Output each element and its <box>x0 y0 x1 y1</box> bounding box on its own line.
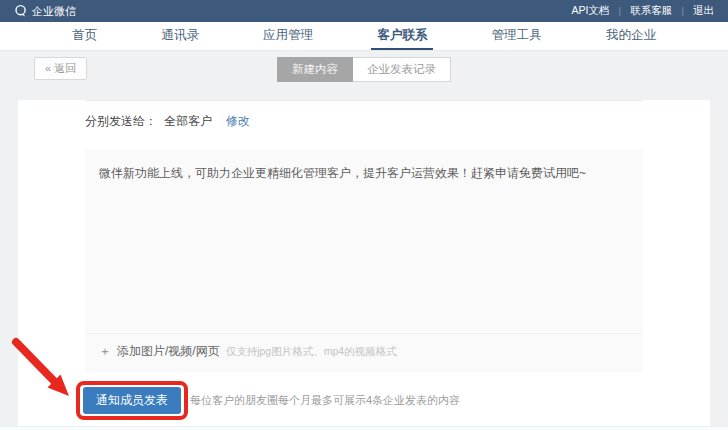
separator: ｜ <box>678 5 687 18</box>
add-media-button[interactable]: ＋ 添加图片/视频/网页 <box>99 343 220 360</box>
topbar-links: API文档 ｜ 联系客服 ｜ 退出 <box>571 4 714 18</box>
brand: 企业微信 <box>14 4 76 19</box>
add-media-label: 添加图片/视频/网页 <box>117 343 220 360</box>
nav-item-app-management[interactable]: 应用管理 <box>257 22 319 50</box>
back-button[interactable]: « 返回 <box>34 57 87 80</box>
send-to-value: 全部客户 <box>164 114 212 128</box>
publish-note: 每位客户的朋友圈每个月最多可展示4条企业发表的内容 <box>190 393 460 408</box>
bottom-strip <box>0 426 728 430</box>
tab-new-content[interactable]: 新建内容 <box>277 57 353 82</box>
nav-item-home[interactable]: 首页 <box>66 22 103 50</box>
composer-content: 分别发送给： 全部客户 修改 微伴新功能上线，可助力企业更精细化管理客户，提升客… <box>18 100 710 420</box>
notify-members-publish-button[interactable]: 通知成员发表 <box>83 387 181 414</box>
annotation-highlight-box: 通知成员发表 <box>76 381 188 420</box>
add-media-row: ＋ 添加图片/视频/网页 仅支持jpg图片格式、mp4的视频格式 <box>85 333 643 372</box>
send-to-label: 分别发送给： <box>85 114 157 128</box>
nav-item-contacts[interactable]: 通讯录 <box>155 22 205 50</box>
nav-item-my-company[interactable]: 我的企业 <box>600 22 662 50</box>
brand-label: 企业微信 <box>32 4 76 19</box>
chat-bubble-logo-icon <box>14 4 28 18</box>
send-to-row: 分别发送给： 全部客户 修改 <box>85 113 643 130</box>
logout-link[interactable]: 退出 <box>693 4 714 18</box>
message-textarea[interactable]: 微伴新功能上线，可助力企业更精细化管理客户，提升客户运营效果！赶紧申请免费试用吧… <box>85 150 643 333</box>
nav-item-customer-contact[interactable]: 客户联系 <box>371 22 433 50</box>
api-docs-link[interactable]: API文档 <box>571 4 609 18</box>
toolbar: « 返回 新建内容 企业发表记录 <box>0 51 728 84</box>
plus-icon: ＋ <box>99 343 111 360</box>
separator: ｜ <box>615 5 624 18</box>
main-nav: 首页 通讯录 应用管理 客户联系 管理工具 我的企业 <box>0 22 728 51</box>
topbar: 企业微信 API文档 ｜ 联系客服 ｜ 退出 <box>0 0 728 22</box>
action-row: 通知成员发表 每位客户的朋友圈每个月最多可展示4条企业发表的内容 <box>85 381 643 420</box>
content-tabs: 新建内容 企业发表记录 <box>277 57 451 82</box>
tab-publish-history[interactable]: 企业发表记录 <box>353 57 451 82</box>
modify-link[interactable]: 修改 <box>226 114 250 128</box>
divider <box>85 100 643 101</box>
composer-card: 分别发送给： 全部客户 修改 微伴新功能上线，可助力企业更精细化管理客户，提升客… <box>18 100 710 430</box>
contact-support-link[interactable]: 联系客服 <box>630 4 672 18</box>
add-media-hint: 仅支持jpg图片格式、mp4的视频格式 <box>226 345 397 359</box>
compose-box: 微伴新功能上线，可助力企业更精细化管理客户，提升客户运营效果！赶紧申请免费试用吧… <box>85 150 643 372</box>
nav-item-management-tools[interactable]: 管理工具 <box>486 22 548 50</box>
page: { "topbar": { "brand": "企业微信", "links": … <box>0 0 728 430</box>
